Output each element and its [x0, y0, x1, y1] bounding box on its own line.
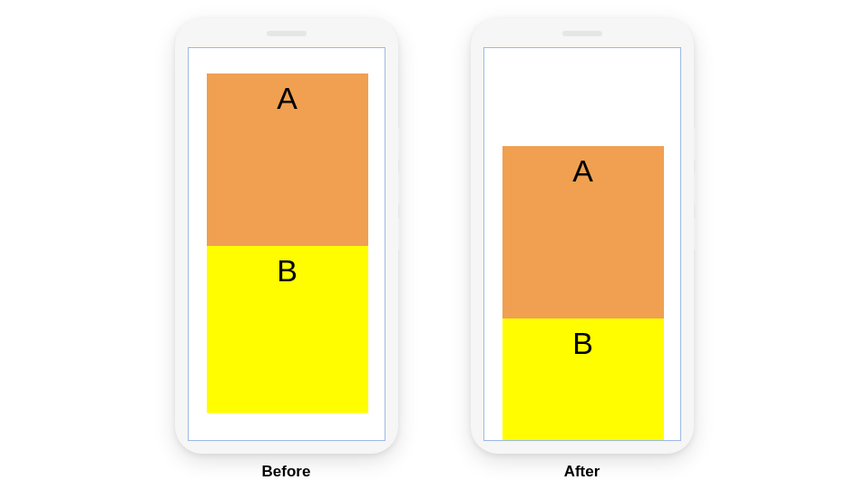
phone-speaker: [267, 31, 307, 36]
element-a-before: A: [207, 74, 368, 246]
element-b-label: B: [277, 253, 297, 288]
phone-after: A B: [471, 18, 694, 454]
phone-speaker: [562, 31, 602, 36]
element-b-label: B: [572, 326, 593, 360]
before-column: A B Before: [175, 18, 398, 481]
phone-screen-before: A B: [188, 47, 385, 441]
caption-before: Before: [262, 463, 311, 481]
element-a-label: A: [277, 81, 297, 115]
element-a-label: A: [572, 153, 593, 188]
phone-before: A B: [175, 18, 398, 454]
caption-after: After: [564, 463, 600, 481]
element-b-after: B: [502, 318, 664, 441]
diagram-stage: A B Before A B After: [175, 9, 694, 481]
phone-screen-after: A B: [483, 47, 681, 441]
after-column: A B After: [471, 18, 694, 481]
element-b-before: B: [207, 246, 368, 413]
element-a-after: A: [502, 146, 664, 318]
